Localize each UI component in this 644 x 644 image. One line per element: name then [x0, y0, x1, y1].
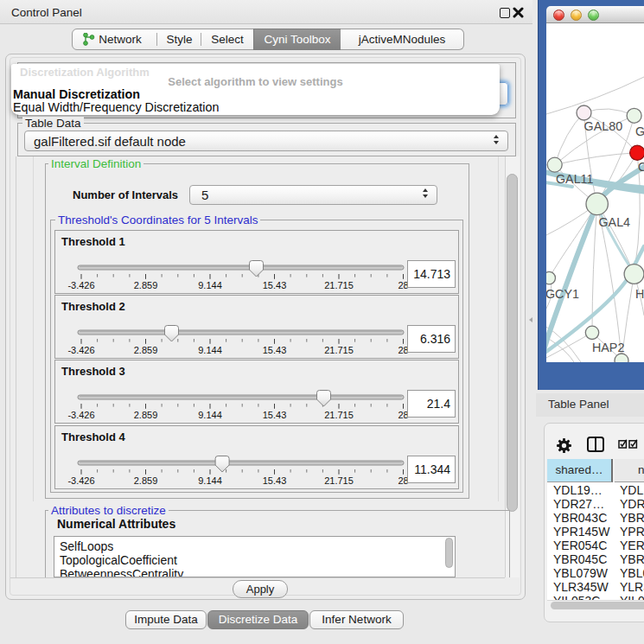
svg-text:CO: CO — [638, 160, 644, 174]
svg-text:9.144: 9.144 — [198, 345, 222, 355]
svg-text:21.715: 21.715 — [324, 345, 354, 355]
svg-text:21.715: 21.715 — [324, 280, 354, 290]
svg-text:21.715: 21.715 — [324, 410, 354, 420]
svg-text:2.859: 2.859 — [134, 475, 158, 486]
svg-text:9.144: 9.144 — [198, 410, 222, 420]
svg-text:-3.426: -3.426 — [67, 410, 94, 420]
svg-text:GAL11: GAL11 — [556, 172, 593, 186]
svg-text:GAL4: GAL4 — [599, 215, 631, 229]
svg-text:9.144: 9.144 — [198, 280, 222, 290]
svg-text:-3.426: -3.426 — [67, 280, 94, 290]
svg-text:HAP2: HAP2 — [592, 341, 624, 354]
svg-text:GCY1: GCY1 — [546, 287, 579, 301]
svg-text:-3.426: -3.426 — [67, 345, 94, 355]
svg-text:GA: GA — [635, 124, 644, 138]
svg-text:15.43: 15.43 — [263, 280, 287, 290]
svg-text:15.43: 15.43 — [263, 345, 287, 355]
svg-text:2.859: 2.859 — [134, 410, 158, 420]
svg-text:-3.426: -3.426 — [67, 475, 94, 486]
svg-text:GAL80: GAL80 — [584, 119, 623, 133]
svg-text:15.43: 15.43 — [263, 475, 287, 486]
svg-text:HA: HA — [635, 287, 644, 301]
svg-text:2.859: 2.859 — [134, 345, 158, 355]
svg-text:9.144: 9.144 — [198, 475, 222, 486]
svg-text:21.715: 21.715 — [324, 475, 354, 486]
svg-text:15.43: 15.43 — [263, 410, 287, 420]
svg-text:2.859: 2.859 — [134, 280, 158, 290]
